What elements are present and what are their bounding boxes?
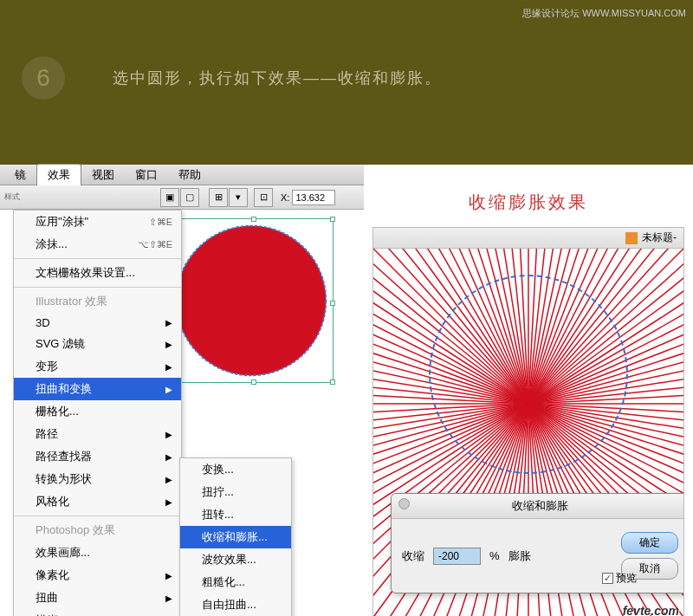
tool-transform-icon[interactable]: ⊡ [254, 188, 273, 207]
menu-item[interactable]: 路径查找器▶ [14, 445, 181, 468]
menu-label: 转换为形状 [36, 471, 92, 487]
menu-label: Photoshop 效果 [36, 522, 115, 538]
resize-handle[interactable] [330, 217, 335, 222]
submenu-arrow-icon: ▶ [165, 593, 172, 603]
menu-item[interactable]: 模糊▶ [14, 609, 181, 616]
brand-watermark: fevte.com [623, 604, 679, 616]
expand-label: 膨胀 [508, 548, 531, 564]
menu-label: 路径查找器 [36, 449, 92, 464]
menu-label: 像素化 [36, 567, 69, 583]
result-panel: 收缩膨胀效果 未标题- 收缩和膨胀 收缩 % 膨胀 [364, 165, 693, 616]
menu-item[interactable]: 像素化▶ [14, 564, 181, 587]
resize-handle[interactable] [330, 379, 335, 385]
menu-item[interactable]: 涂抹...⌥⇧⌘E [14, 233, 181, 256]
step-instruction: 选中圆形，执行如下效果——收缩和膨胀。 [113, 68, 442, 88]
menu-label: 涂抹... [36, 237, 68, 252]
menu-item[interactable]: 风格化▶ [14, 490, 181, 513]
menu-window[interactable]: 窗口 [125, 165, 168, 185]
style-label: 样式 [4, 191, 22, 203]
menu-mirror[interactable]: 镜 [4, 165, 36, 185]
menu-label: 模糊 [36, 613, 58, 616]
resize-handle[interactable] [251, 217, 256, 222]
x-coord-input[interactable] [292, 190, 335, 205]
menu-item[interactable]: 效果画廊... [14, 541, 181, 564]
pucker-bloat-dialog: 收缩和膨胀 收缩 % 膨胀 确定 取消 ✓ 预览 [391, 493, 684, 593]
menu-effect[interactable]: 效果 [36, 164, 81, 185]
submenu-item[interactable]: 粗糙化... [180, 571, 291, 593]
menu-label: 文档栅格效果设置... [36, 265, 135, 281]
menu-item[interactable]: 路径▶ [14, 423, 181, 445]
selection-circle [429, 275, 628, 474]
percent-label: % [489, 549, 500, 562]
resize-handle[interactable] [330, 301, 335, 306]
menu-label: 应用"涂抹" [36, 214, 88, 230]
document-name: 未标题- [642, 230, 677, 245]
submenu-arrow-icon: ▶ [165, 340, 172, 349]
menu-label: Illustrator 效果 [36, 294, 107, 309]
menu-item[interactable]: SVG 滤镜▶ [14, 333, 181, 355]
submenu-item[interactable]: 自由扭曲... [180, 593, 291, 616]
menu-bar: 镜 效果 视图 窗口 帮助 [0, 165, 364, 185]
submenu-item[interactable]: 收缩和膨胀... [180, 526, 291, 548]
preview-checkbox-row[interactable]: ✓ 预览 [602, 571, 637, 586]
tool-direct-icon[interactable]: ▢ [180, 188, 199, 207]
submenu-arrow-icon: ▶ [165, 430, 172, 439]
submenu-item[interactable]: 波纹效果... [180, 548, 291, 571]
result-canvas[interactable]: 收缩和膨胀 收缩 % 膨胀 确定 取消 ✓ 预览 [372, 248, 684, 616]
submenu-arrow-icon: ▶ [165, 475, 172, 484]
menu-item[interactable]: 转换为形状▶ [14, 468, 181, 490]
menu-label: 风格化 [36, 494, 69, 509]
submenu-arrow-icon: ▶ [165, 362, 172, 372]
menu-label: 变形 [36, 359, 58, 374]
menu-item[interactable]: 应用"涂抹"⇧⌘E [14, 211, 181, 233]
resize-handle[interactable] [251, 379, 256, 385]
menu-label: 3D [36, 316, 50, 329]
submenu-item[interactable]: 扭拧... [180, 481, 291, 503]
menu-item: Illustrator 效果 [14, 290, 181, 313]
close-button[interactable] [398, 498, 410, 509]
menu-label: 扭曲 [36, 590, 58, 606]
selection-bounds [169, 218, 334, 383]
submenu-arrow-icon: ▶ [165, 497, 172, 507]
menu-item: Photoshop 效果 [14, 519, 181, 541]
options-bar: 样式 ▣ ▢ ⊞ ▾ ⊡ X: [0, 185, 364, 210]
document-icon [625, 232, 638, 244]
shrink-label: 收缩 [402, 548, 424, 564]
tool-selection-icon[interactable]: ▣ [160, 188, 179, 207]
submenu-item[interactable]: 扭转... [180, 503, 291, 526]
submenu-arrow-icon: ▶ [165, 385, 172, 394]
tool-dropdown-icon[interactable]: ▾ [229, 188, 248, 207]
shortcut: ⇧⌘E [149, 217, 172, 228]
menu-view[interactable]: 视图 [81, 165, 125, 185]
menu-item[interactable]: 文档栅格效果设置... [14, 262, 181, 284]
tutorial-header: 思缘设计论坛 WWW.MISSYUAN.COM 6 选中圆形，执行如下效果——收… [0, 0, 693, 165]
menu-item[interactable]: 3D▶ [14, 313, 181, 333]
preview-label: 预览 [616, 571, 637, 586]
dialog-title-text: 收缩和膨胀 [512, 499, 568, 512]
menu-label: 效果画廊... [36, 545, 90, 561]
tool-align-icon[interactable]: ⊞ [209, 188, 228, 207]
menu-item[interactable]: 变形▶ [14, 355, 181, 378]
submenu-arrow-icon: ▶ [165, 318, 172, 327]
step-number: 6 [22, 56, 65, 100]
menu-label: SVG 滤镜 [36, 336, 85, 352]
watermark-text: 思缘设计论坛 WWW.MISSYUAN.COM [522, 7, 686, 20]
menu-help[interactable]: 帮助 [168, 165, 211, 185]
illustrator-screenshot: 镜 效果 视图 窗口 帮助 样式 ▣ ▢ ⊞ ▾ ⊡ X: [0, 165, 364, 616]
checkbox-icon[interactable]: ✓ [602, 573, 613, 584]
x-label: X: [281, 192, 289, 203]
effect-menu: 应用"涂抹"⇧⌘E涂抹...⌥⇧⌘E文档栅格效果设置...Illustrator… [13, 210, 182, 616]
submenu-item[interactable]: 变换... [180, 458, 291, 481]
document-tab[interactable]: 未标题- [372, 227, 684, 248]
shortcut: ⌥⇧⌘E [138, 239, 172, 250]
submenu-arrow-icon: ▶ [165, 452, 172, 462]
result-title: 收缩膨胀效果 [372, 191, 684, 214]
menu-item[interactable]: 扭曲和变换▶ [14, 378, 181, 400]
menu-item[interactable]: 扭曲▶ [14, 587, 181, 609]
menu-item[interactable]: 栅格化... [14, 400, 181, 423]
menu-label: 路径 [36, 426, 58, 442]
menu-label: 栅格化... [36, 404, 79, 419]
dialog-titlebar: 收缩和膨胀 [392, 494, 684, 519]
value-input[interactable] [433, 548, 481, 565]
ok-button[interactable]: 确定 [621, 532, 678, 554]
